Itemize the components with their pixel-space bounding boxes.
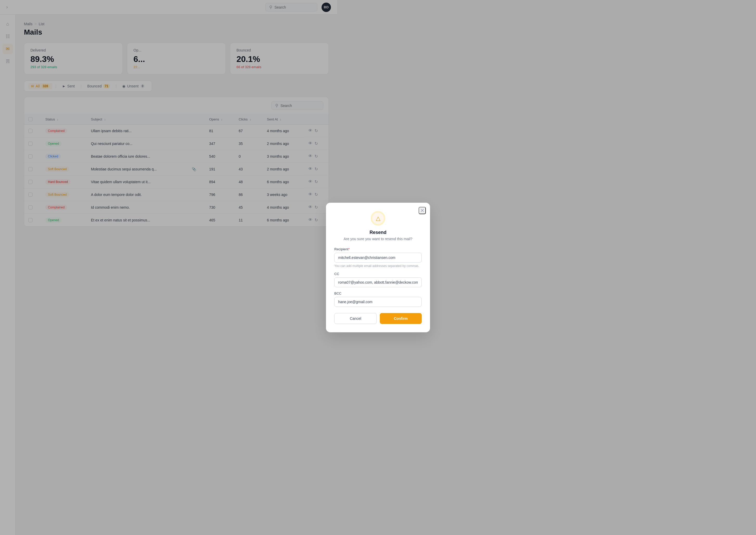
bcc-field: BCC: [334, 292, 337, 307]
cc-input[interactable]: [334, 277, 337, 287]
modal-actions: Cancel Confirm: [334, 313, 337, 324]
recipient-input[interactable]: [334, 253, 337, 263]
cc-field: CC: [334, 272, 337, 287]
bcc-label: BCC: [334, 292, 337, 296]
modal-subtitle: Are you sure you want to resend this mai…: [334, 237, 337, 241]
resend-modal: ✕ △ Resend Are you sure you want to rese…: [326, 203, 337, 332]
cc-label: CC: [334, 272, 337, 276]
bcc-input[interactable]: [334, 297, 337, 307]
cancel-button[interactable]: Cancel: [334, 313, 337, 324]
recipient-label: Recipient*: [334, 247, 337, 251]
recipient-field: Recipient* You can add multiple email ad…: [334, 247, 337, 268]
recipient-hint: You can add multiple email addresses sep…: [334, 264, 337, 268]
modal-title: Resend: [334, 230, 337, 235]
modal-backdrop: ✕ △ Resend Are you sure you want to rese…: [0, 0, 337, 535]
